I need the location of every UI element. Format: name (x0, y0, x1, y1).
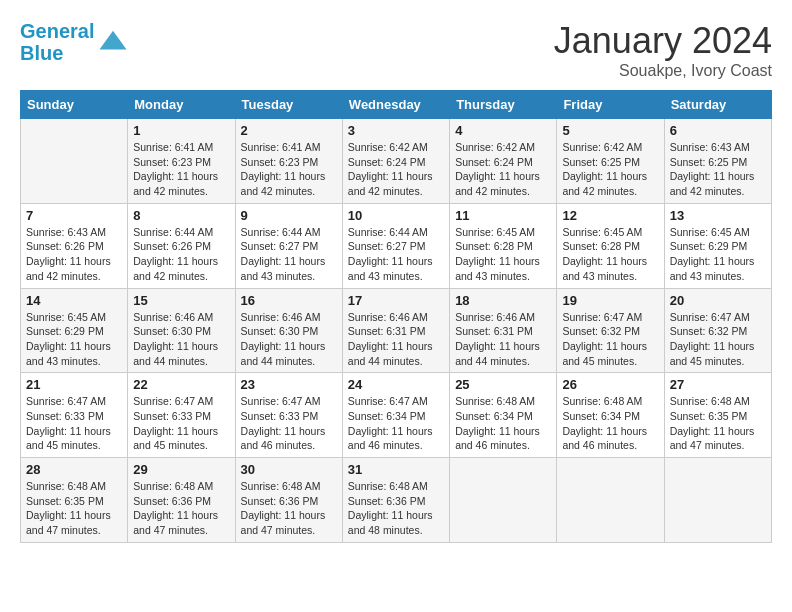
logo: General Blue (20, 20, 128, 64)
day-number: 2 (241, 123, 337, 138)
day-detail: Sunrise: 6:48 AMSunset: 6:35 PMDaylight:… (670, 394, 766, 453)
day-number: 16 (241, 293, 337, 308)
day-detail: Sunrise: 6:47 AMSunset: 6:33 PMDaylight:… (133, 394, 229, 453)
day-cell: 17Sunrise: 6:46 AMSunset: 6:31 PMDayligh… (342, 288, 449, 373)
day-number: 15 (133, 293, 229, 308)
day-detail: Sunrise: 6:46 AMSunset: 6:30 PMDaylight:… (241, 310, 337, 369)
day-number: 14 (26, 293, 122, 308)
day-number: 3 (348, 123, 444, 138)
day-number: 30 (241, 462, 337, 477)
day-number: 8 (133, 208, 229, 223)
week-row-2: 7Sunrise: 6:43 AMSunset: 6:26 PMDaylight… (21, 203, 772, 288)
day-detail: Sunrise: 6:48 AMSunset: 6:36 PMDaylight:… (241, 479, 337, 538)
day-cell: 7Sunrise: 6:43 AMSunset: 6:26 PMDaylight… (21, 203, 128, 288)
day-cell: 22Sunrise: 6:47 AMSunset: 6:33 PMDayligh… (128, 373, 235, 458)
day-detail: Sunrise: 6:45 AMSunset: 6:28 PMDaylight:… (455, 225, 551, 284)
month-title: January 2024 (554, 20, 772, 62)
day-number: 9 (241, 208, 337, 223)
day-number: 28 (26, 462, 122, 477)
day-detail: Sunrise: 6:44 AMSunset: 6:27 PMDaylight:… (348, 225, 444, 284)
day-number: 21 (26, 377, 122, 392)
day-cell: 20Sunrise: 6:47 AMSunset: 6:32 PMDayligh… (664, 288, 771, 373)
day-cell: 8Sunrise: 6:44 AMSunset: 6:26 PMDaylight… (128, 203, 235, 288)
weekday-header-friday: Friday (557, 91, 664, 119)
day-cell: 25Sunrise: 6:48 AMSunset: 6:34 PMDayligh… (450, 373, 557, 458)
day-detail: Sunrise: 6:43 AMSunset: 6:26 PMDaylight:… (26, 225, 122, 284)
day-cell: 9Sunrise: 6:44 AMSunset: 6:27 PMDaylight… (235, 203, 342, 288)
day-detail: Sunrise: 6:42 AMSunset: 6:24 PMDaylight:… (455, 140, 551, 199)
day-number: 10 (348, 208, 444, 223)
day-detail: Sunrise: 6:45 AMSunset: 6:28 PMDaylight:… (562, 225, 658, 284)
day-cell (21, 119, 128, 204)
day-detail: Sunrise: 6:47 AMSunset: 6:32 PMDaylight:… (670, 310, 766, 369)
week-row-1: 1Sunrise: 6:41 AMSunset: 6:23 PMDaylight… (21, 119, 772, 204)
day-cell (557, 458, 664, 543)
title-block: January 2024 Souakpe, Ivory Coast (554, 20, 772, 80)
day-cell (450, 458, 557, 543)
day-detail: Sunrise: 6:48 AMSunset: 6:34 PMDaylight:… (562, 394, 658, 453)
page-header: General Blue January 2024 Souakpe, Ivory… (20, 20, 772, 80)
day-cell: 13Sunrise: 6:45 AMSunset: 6:29 PMDayligh… (664, 203, 771, 288)
day-number: 23 (241, 377, 337, 392)
week-row-5: 28Sunrise: 6:48 AMSunset: 6:35 PMDayligh… (21, 458, 772, 543)
day-number: 11 (455, 208, 551, 223)
day-detail: Sunrise: 6:45 AMSunset: 6:29 PMDaylight:… (26, 310, 122, 369)
day-cell: 30Sunrise: 6:48 AMSunset: 6:36 PMDayligh… (235, 458, 342, 543)
day-number: 18 (455, 293, 551, 308)
day-number: 31 (348, 462, 444, 477)
day-number: 17 (348, 293, 444, 308)
day-cell: 5Sunrise: 6:42 AMSunset: 6:25 PMDaylight… (557, 119, 664, 204)
day-detail: Sunrise: 6:41 AMSunset: 6:23 PMDaylight:… (133, 140, 229, 199)
day-number: 1 (133, 123, 229, 138)
weekday-header-wednesday: Wednesday (342, 91, 449, 119)
day-cell (664, 458, 771, 543)
day-detail: Sunrise: 6:45 AMSunset: 6:29 PMDaylight:… (670, 225, 766, 284)
day-number: 22 (133, 377, 229, 392)
day-detail: Sunrise: 6:48 AMSunset: 6:36 PMDaylight:… (133, 479, 229, 538)
day-detail: Sunrise: 6:48 AMSunset: 6:36 PMDaylight:… (348, 479, 444, 538)
weekday-header-row: SundayMondayTuesdayWednesdayThursdayFrid… (21, 91, 772, 119)
day-detail: Sunrise: 6:47 AMSunset: 6:33 PMDaylight:… (241, 394, 337, 453)
weekday-header-saturday: Saturday (664, 91, 771, 119)
logo-text: General Blue (20, 20, 94, 64)
day-cell: 6Sunrise: 6:43 AMSunset: 6:25 PMDaylight… (664, 119, 771, 204)
day-detail: Sunrise: 6:44 AMSunset: 6:26 PMDaylight:… (133, 225, 229, 284)
day-cell: 10Sunrise: 6:44 AMSunset: 6:27 PMDayligh… (342, 203, 449, 288)
weekday-header-sunday: Sunday (21, 91, 128, 119)
day-cell: 3Sunrise: 6:42 AMSunset: 6:24 PMDaylight… (342, 119, 449, 204)
day-detail: Sunrise: 6:47 AMSunset: 6:32 PMDaylight:… (562, 310, 658, 369)
day-detail: Sunrise: 6:43 AMSunset: 6:25 PMDaylight:… (670, 140, 766, 199)
day-detail: Sunrise: 6:42 AMSunset: 6:24 PMDaylight:… (348, 140, 444, 199)
day-cell: 18Sunrise: 6:46 AMSunset: 6:31 PMDayligh… (450, 288, 557, 373)
day-cell: 23Sunrise: 6:47 AMSunset: 6:33 PMDayligh… (235, 373, 342, 458)
day-cell: 19Sunrise: 6:47 AMSunset: 6:32 PMDayligh… (557, 288, 664, 373)
day-number: 5 (562, 123, 658, 138)
day-detail: Sunrise: 6:44 AMSunset: 6:27 PMDaylight:… (241, 225, 337, 284)
day-cell: 11Sunrise: 6:45 AMSunset: 6:28 PMDayligh… (450, 203, 557, 288)
day-number: 4 (455, 123, 551, 138)
day-cell: 12Sunrise: 6:45 AMSunset: 6:28 PMDayligh… (557, 203, 664, 288)
day-number: 12 (562, 208, 658, 223)
day-number: 29 (133, 462, 229, 477)
day-number: 25 (455, 377, 551, 392)
day-cell: 16Sunrise: 6:46 AMSunset: 6:30 PMDayligh… (235, 288, 342, 373)
day-number: 19 (562, 293, 658, 308)
day-number: 26 (562, 377, 658, 392)
day-number: 20 (670, 293, 766, 308)
day-detail: Sunrise: 6:41 AMSunset: 6:23 PMDaylight:… (241, 140, 337, 199)
day-cell: 1Sunrise: 6:41 AMSunset: 6:23 PMDaylight… (128, 119, 235, 204)
day-detail: Sunrise: 6:46 AMSunset: 6:31 PMDaylight:… (455, 310, 551, 369)
week-row-4: 21Sunrise: 6:47 AMSunset: 6:33 PMDayligh… (21, 373, 772, 458)
day-detail: Sunrise: 6:47 AMSunset: 6:34 PMDaylight:… (348, 394, 444, 453)
day-cell: 2Sunrise: 6:41 AMSunset: 6:23 PMDaylight… (235, 119, 342, 204)
day-number: 13 (670, 208, 766, 223)
day-detail: Sunrise: 6:42 AMSunset: 6:25 PMDaylight:… (562, 140, 658, 199)
day-number: 6 (670, 123, 766, 138)
day-detail: Sunrise: 6:46 AMSunset: 6:30 PMDaylight:… (133, 310, 229, 369)
weekday-header-thursday: Thursday (450, 91, 557, 119)
logo-icon (98, 27, 128, 57)
weekday-header-tuesday: Tuesday (235, 91, 342, 119)
day-cell: 24Sunrise: 6:47 AMSunset: 6:34 PMDayligh… (342, 373, 449, 458)
day-number: 27 (670, 377, 766, 392)
day-detail: Sunrise: 6:48 AMSunset: 6:34 PMDaylight:… (455, 394, 551, 453)
